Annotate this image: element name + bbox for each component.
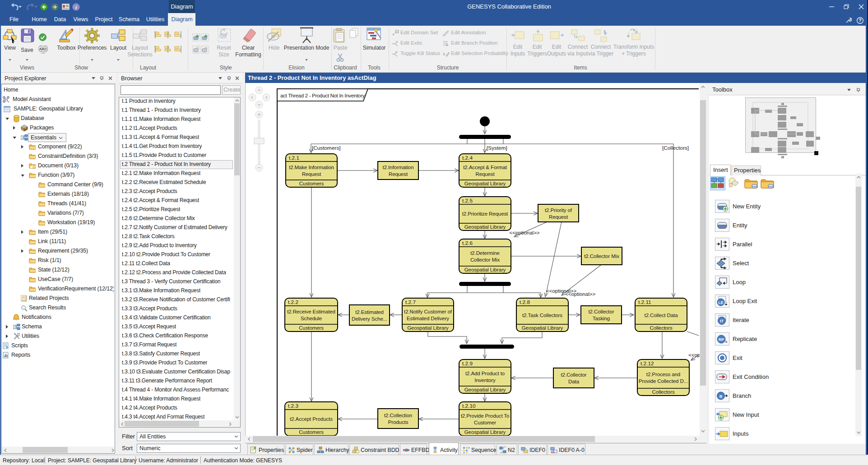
svg-text:Inventory: Inventory [474,378,496,383]
svg-text:Geospatial Library: Geospatial Library [464,429,506,435]
svg-text:Customer: Customer [474,420,496,425]
svg-text:t.2.6: t.2.6 [462,240,473,246]
svg-text:t2.Task Collectors: t2.Task Collectors [522,313,562,318]
svg-text:t2.Estimated: t2.Estimated [355,309,384,315]
svg-text:t2.Accept & Format: t2.Accept & Format [463,165,507,170]
svg-text:Customers: Customers [299,181,324,186]
svg-text:t.2.9: t.2.9 [462,360,473,367]
svg-text:Geospatial Library: Geospatial Library [522,325,563,331]
svg-text:t2.Process and: t2.Process and [646,372,680,377]
svg-text:t.2.1: t.2.1 [289,155,299,161]
svg-text:t2.Priority of: t2.Priority of [545,207,572,213]
svg-text:t2.Determine: t2.Determine [470,250,500,256]
svg-text:t.2.11: t.2.11 [638,299,651,305]
svg-text:IT: IT [720,319,724,323]
svg-text:t2.Notify Customer of: t2.Notify Customer of [404,309,452,314]
svg-text:t.2.2: t.2.2 [288,299,298,305]
svg-text:9: 9 [443,52,445,56]
svg-text:t.2.8: t.2.8 [520,299,530,305]
svg-text:Collectors: Collectors [652,389,674,395]
svg-text:LE: LE [718,300,724,305]
svg-text:Collector Mix: Collector Mix [470,257,500,262]
svg-text:Data: Data [568,379,580,384]
svg-text:Request: Request [302,171,321,177]
svg-text:[Customers]: [Customers] [312,145,341,151]
svg-text:Tasking: Tasking [593,316,610,321]
svg-text:Request: Request [549,214,568,220]
svg-text:t2.Collection: t2.Collection [384,413,412,418]
svg-text:t2.Add Product to: t2.Add Product to [465,371,505,376]
svg-text:t2.Information: t2.Information [383,165,414,170]
svg-text:act Thread 2 - Product Not In: act Thread 2 - Product Not In Inventory [280,93,365,98]
svg-text:t2.Prioritize Request: t2.Prioritize Request [462,211,508,216]
svg-text:Customers: Customers [299,325,324,331]
svg-text:[System]: [System] [487,145,507,151]
svg-text:t.2.5: t.2.5 [462,198,473,204]
svg-text:t.2.3: t.2.3 [288,403,298,409]
svg-text:Request: Request [475,171,495,177]
svg-text:t2.Collector: t2.Collector [589,309,614,314]
svg-text:t2.Provide Product To: t2.Provide Product To [461,413,510,419]
svg-text:Geospatial Library: Geospatial Library [464,224,506,230]
svg-text:t2.Make Information: t2.Make Information [289,165,334,170]
svg-text:t.2.10: t.2.10 [462,403,476,409]
svg-text:t.2.7: t.2.7 [405,299,416,305]
svg-text:Products: Products [388,419,408,425]
svg-text:Provide Collected D...: Provide Collected D... [639,378,688,384]
svg-text:Geospatial Library: Geospatial Library [464,181,506,186]
svg-text:Customers: Customers [299,429,324,435]
svg-text:B: B [719,394,723,399]
svg-text:t2.Accept Products: t2.Accept Products [290,416,333,422]
svg-text:A0: A0 [551,451,555,454]
svg-text:Collectors: Collectors [650,325,672,331]
svg-text:t.2.12: t.2.12 [641,360,654,367]
svg-text:Geospatial Library: Geospatial Library [464,387,506,392]
svg-text:?: ? [859,18,861,23]
svg-text:[Collectors]: [Collectors] [662,145,689,151]
svg-text:t2.Collector Mix: t2.Collector Mix [584,253,619,259]
svg-text:t2.Collector: t2.Collector [561,372,587,378]
svg-text:<<optional>>: <<optional>> [509,230,539,235]
svg-text:RP: RP [719,337,724,342]
svg-text:Schedule: Schedule [301,316,322,321]
svg-text:t.2.4: t.2.4 [462,155,473,161]
svg-text:Delivery Sche...: Delivery Sche... [352,316,387,322]
svg-text:<<optional>>: <<optional>> [565,291,595,297]
svg-text:Geospatial Library: Geospatial Library [407,325,449,331]
svg-text:t2.Collect Data: t2.Collect Data [645,313,678,318]
svg-text:Estimated Delivery: Estimated Delivery [407,316,449,321]
svg-text:9: 9 [395,51,397,54]
svg-text:t2.Receive Estimated: t2.Receive Estimated [287,309,335,314]
svg-text:Geospatial Library: Geospatial Library [464,267,506,272]
svg-text:Request: Request [389,171,408,177]
svg-text:<<optional>>: <<optional>> [688,352,700,358]
